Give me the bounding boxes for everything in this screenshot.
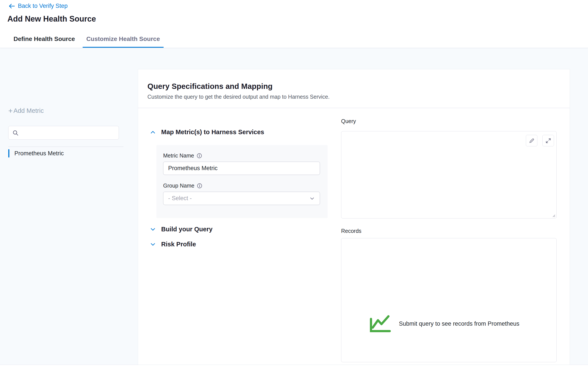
selected-indicator-bar xyxy=(8,149,9,158)
section-build-query-toggle[interactable]: Build your Query xyxy=(150,226,212,233)
section-risk-profile-label: Risk Profile xyxy=(161,241,196,248)
group-name-select[interactable]: - Select - xyxy=(163,192,320,205)
sidebar-divider xyxy=(8,147,124,147)
metric-item-label: Prometheus Metric xyxy=(14,150,64,157)
add-health-source-page: Back to Verify Step Add New Health Sourc… xyxy=(0,0,588,369)
pencil-icon xyxy=(529,138,535,144)
card-title: Query Specifications and Mapping xyxy=(147,82,273,91)
plus-icon: + xyxy=(8,108,13,114)
expand-query-button[interactable] xyxy=(542,135,554,146)
metric-name-input[interactable] xyxy=(163,162,320,175)
edit-query-button[interactable] xyxy=(526,135,537,146)
metrics-sidebar: + Add Metric Prometheus Metric xyxy=(0,48,138,365)
back-link-label: Back to Verify Step xyxy=(18,3,68,9)
section-build-query-label: Build your Query xyxy=(161,226,212,233)
card-subtitle: Customize the query to get the desired o… xyxy=(147,94,330,100)
group-name-label: Group Name xyxy=(163,182,194,189)
resize-handle[interactable] xyxy=(552,213,556,217)
card-divider xyxy=(138,108,570,108)
arrow-left-icon xyxy=(9,3,15,9)
section-map-metrics-toggle[interactable]: Map Metric(s) to Harness Services xyxy=(150,129,264,136)
metric-mapping-panel: Metric Name Group Name - Select - xyxy=(156,145,328,218)
metric-search-input[interactable] xyxy=(21,126,119,140)
metric-name-label-row: Metric Name xyxy=(163,152,202,159)
add-metric-button[interactable]: + Add Metric xyxy=(8,107,44,114)
tab-customize-health-source[interactable]: Customize Health Source xyxy=(83,32,164,48)
page-title: Add New Health Source xyxy=(7,14,96,23)
chevron-up-icon xyxy=(150,129,156,135)
records-empty-message: Submit query to see records from Prometh… xyxy=(399,320,519,327)
group-name-label-row: Group Name xyxy=(163,182,202,189)
add-metric-label: Add Metric xyxy=(13,107,44,114)
info-icon[interactable] xyxy=(197,183,202,189)
tab-bar: Define Health Source Customize Health So… xyxy=(10,32,164,48)
section-map-metrics-label: Map Metric(s) to Harness Services xyxy=(161,129,264,136)
info-icon[interactable] xyxy=(197,153,202,158)
chevron-down-icon xyxy=(309,196,315,201)
search-icon xyxy=(12,130,19,136)
metric-name-label: Metric Name xyxy=(163,152,194,159)
query-label: Query xyxy=(341,118,356,124)
records-panel: Submit query to see records from Prometh… xyxy=(341,238,556,362)
chevron-down-icon xyxy=(150,241,156,248)
metric-search-box xyxy=(8,126,119,140)
query-input[interactable] xyxy=(341,131,556,218)
footer-strip xyxy=(0,365,588,369)
records-label: Records xyxy=(341,228,361,234)
page-header: Back to Verify Step Add New Health Sourc… xyxy=(0,0,588,48)
records-empty-state: Submit query to see records from Prometh… xyxy=(369,315,519,333)
query-editor-box xyxy=(341,131,556,219)
query-specifications-card: Query Specifications and Mapping Customi… xyxy=(138,69,570,365)
back-to-verify-step-button[interactable]: Back to Verify Step xyxy=(9,3,68,9)
tab-define-health-source[interactable]: Define Health Source xyxy=(10,32,79,48)
group-name-select-value: - Select - xyxy=(168,195,192,202)
expand-icon xyxy=(546,138,551,144)
chevron-down-icon xyxy=(150,226,156,232)
section-risk-profile-toggle[interactable]: Risk Profile xyxy=(150,241,196,248)
metric-list-item-prometheus[interactable]: Prometheus Metric xyxy=(8,149,64,158)
line-chart-icon xyxy=(369,315,391,333)
